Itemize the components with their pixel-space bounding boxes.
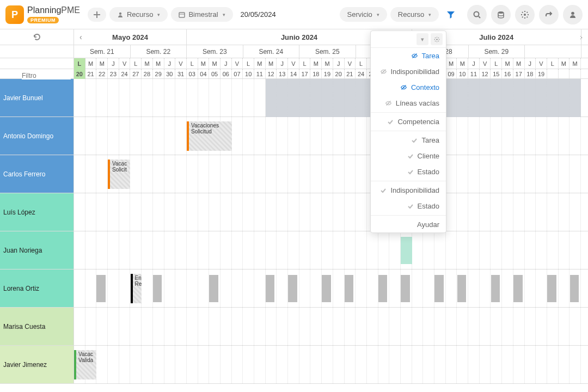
check-icon [379,187,387,194]
dropdown-item[interactable]: Indisponibilidad [371,182,446,198]
day-number: 24 [356,69,367,79]
svg-point-3 [498,11,504,14]
resource-name[interactable]: Marisa Cuesta [0,308,74,345]
day-letter: J [525,58,536,69]
dropdown-item[interactable]: Estado [371,198,446,214]
day-number: 12 [480,69,491,79]
resource-name[interactable]: Javier Bunuel [0,79,74,117]
dropdown-expand[interactable]: ▾ [416,33,428,45]
unavail-bar [401,275,410,302]
resource-name[interactable]: Luís López [0,193,74,231]
day-number: 03 [187,69,198,79]
day-number: 15 [491,69,502,79]
week-header: Sem. 22 [131,45,187,58]
add-button[interactable] [88,8,106,22]
day-letter: V [536,58,547,69]
dropdown-help[interactable]: Ayudar [371,217,446,232]
share-button[interactable] [539,5,559,24]
check-icon [407,203,414,210]
service-dropdown[interactable]: Servicio▾ [340,7,387,22]
unavail-bar [96,275,106,302]
day-letter: M [446,58,457,69]
day-letter: M [85,58,97,69]
settings-button[interactable] [515,5,535,24]
resource-row: Javier Bunuel [0,79,588,117]
resource-row: Carlos FerreroVacacSolicit [0,155,588,193]
day-letter: L [130,58,142,69]
dropdown-item[interactable]: Indisponibilidad [371,64,446,79]
dropdown-item[interactable]: Tarea [371,132,446,148]
period-dropdown[interactable]: Bimestral▾ [171,7,232,22]
unavail-bar [547,275,556,302]
day-number: 05 [209,69,220,79]
resource-row: Marisa Cuesta [0,308,588,346]
day-letter: M [96,58,108,69]
task-block[interactable]: VacacionesSolicitud [187,121,232,151]
resource-name[interactable]: Juan Noriega [0,231,74,269]
day-letter: J [277,58,288,69]
eye-off-icon [379,68,387,75]
unavail-bar [288,275,297,302]
resource-name[interactable]: Antonio Domingo [0,117,74,155]
search-button[interactable] [467,5,487,24]
day-number: 17 [513,69,525,79]
day-letter: M [198,58,210,69]
unavail-bar [457,275,467,302]
svg-point-5 [571,11,574,15]
refresh-gutter [0,29,74,45]
filter-input[interactable] [22,72,71,79]
filter-button[interactable] [442,6,460,23]
resource-row: Antonio DomingoVacacionesSolicitud [0,117,588,155]
user-button[interactable] [563,5,583,24]
dropdown-item[interactable]: Cliente [371,148,446,164]
resource-name[interactable]: Carlos Ferrero [0,155,74,193]
resource-name[interactable]: Lorena Ortiz [0,270,74,307]
task-block[interactable]: EnRe [131,274,142,303]
day-number: 14 [288,69,299,79]
day-number: 30 [164,69,176,79]
svg-point-2 [474,11,479,16]
unavail-bar [266,275,275,302]
task-block[interactable]: VacacSolicit [108,160,130,189]
day-number: 19 [536,69,547,79]
day-letter: M [142,58,153,69]
day-letter: V [288,58,299,69]
day-letter: L [547,58,559,69]
dropdown-item[interactable]: Contexto [371,79,446,95]
avatar-icon [568,10,577,19]
dropdown-item[interactable]: Líneas vacías [371,95,446,111]
resource2-dropdown[interactable]: Recurso▾ [390,7,439,22]
refresh-icon[interactable] [33,33,41,41]
search-icon [473,10,481,19]
svg-point-4 [524,14,526,16]
eye-off-icon [385,100,393,107]
check-icon [407,153,414,160]
week-header: Sem. 23 [187,45,243,58]
task-block[interactable]: VacacValida [74,350,96,379]
dropdown-settings[interactable] [431,33,443,45]
resource-name[interactable]: Javier Jimenez [0,346,74,383]
resource-dropdown[interactable]: Recurso▾ [109,7,168,22]
day-letter: M [322,58,333,69]
day-letter: J [468,58,480,69]
data-button[interactable] [491,5,511,24]
unavail-bar [570,275,579,302]
dropdown-item[interactable]: Estado [371,164,446,180]
day-letter: L [74,58,85,69]
day-letter: J [220,58,232,69]
day-number: 06 [220,69,232,79]
day-number: 10 [243,69,254,79]
day-number: 12 [266,69,277,79]
day-letter: V [232,58,243,69]
dropdown-item[interactable]: Competencia [371,114,446,130]
svg-point-6 [436,39,438,40]
date-input[interactable] [236,7,336,22]
day-letter: L [356,58,367,69]
dropdown-item[interactable]: Tarea [371,48,446,64]
day-number: 20 [333,69,345,79]
day-letter: L [299,58,311,69]
day-letter: J [333,58,345,69]
logo-icon [5,5,24,24]
day-numbers-row: ▾ 20212223242728293031030405060710111213… [0,69,588,79]
eye-off-icon [411,52,418,59]
